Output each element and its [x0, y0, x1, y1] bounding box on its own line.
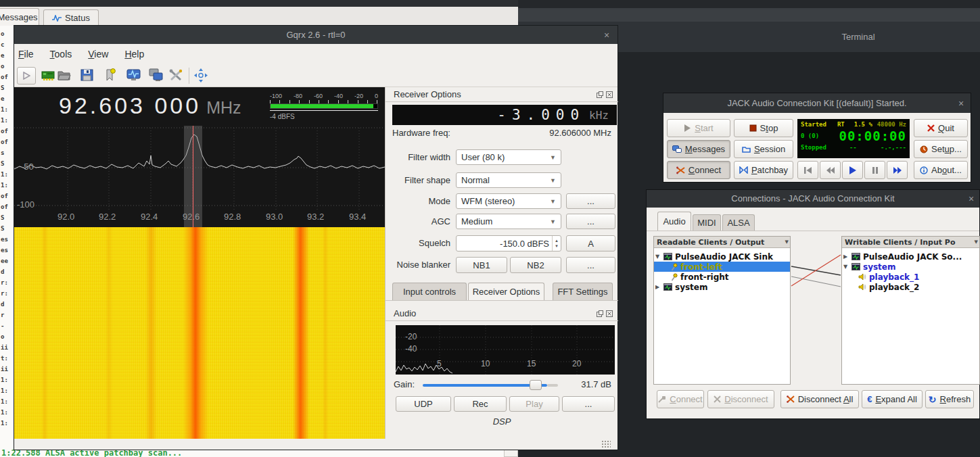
io-devices-icon[interactable]: [41, 70, 55, 81]
udp-button[interactable]: UDP: [396, 396, 451, 412]
client-row-system-left[interactable]: ▶ system: [654, 282, 790, 292]
resize-grip[interactable]: [601, 440, 611, 448]
tab-status[interactable]: Status: [43, 9, 99, 26]
mode-combo[interactable]: WFM (stereo)▼: [456, 193, 561, 209]
collapse-icon[interactable]: ▼: [654, 254, 661, 260]
spin-up-icon[interactable]: ▲: [555, 238, 559, 243]
frequency-display[interactable]: 92.603 000 MHz: [59, 93, 241, 119]
transport-pause-button[interactable]: [864, 161, 885, 179]
jack-start-button[interactable]: Start: [667, 119, 730, 137]
nb2-button[interactable]: NB2: [510, 257, 561, 273]
expand-icon[interactable]: ▶: [842, 254, 849, 260]
jack-about-button[interactable]: About...: [914, 161, 968, 179]
jack-quit-button[interactable]: Quit: [914, 119, 968, 137]
jack-clock: 00:00:00: [839, 128, 906, 143]
port-row-playback-2[interactable]: playback_2: [842, 282, 979, 292]
waterfall-display[interactable]: [14, 227, 385, 439]
dsp-monitor-icon[interactable]: [126, 69, 141, 81]
jack-setup-button[interactable]: Setup...: [914, 140, 968, 158]
client-row-pulseaudio-sink[interactable]: ▼ PulseAudio JACK Sink: [654, 251, 790, 262]
start-dsp-button[interactable]: [17, 67, 36, 85]
connections-close-button[interactable]: ×: [969, 194, 974, 203]
connections-disconnect-button[interactable]: Disconnect: [707, 390, 774, 408]
gqrx-menubar: File Tools View Help: [14, 44, 617, 64]
audio-title: Audio: [394, 308, 416, 318]
dock-close-icon[interactable]: [606, 310, 613, 317]
offset-lcd[interactable]: -3.000 kHz: [392, 105, 617, 125]
jack-messages-button[interactable]: Messages: [667, 140, 730, 158]
open-file-icon[interactable]: [57, 69, 71, 81]
menu-tools[interactable]: Tools: [50, 49, 72, 59]
client-row-system-right[interactable]: ▼ system: [842, 262, 979, 272]
readable-clients-header[interactable]: Readable Clients / Output ▼: [654, 237, 790, 248]
audio-spectrum[interactable]: -20 -40 5 10 15 20: [396, 325, 615, 375]
jack-patchbay-button[interactable]: Patchbay: [734, 161, 793, 179]
transport-play-button[interactable]: [842, 161, 863, 179]
spin-arrows[interactable]: ▲▼: [552, 236, 561, 251]
tools-icon[interactable]: [169, 69, 183, 82]
tuning-line[interactable]: [193, 126, 193, 227]
gain-slider[interactable]: [423, 379, 558, 390]
jack-connect-button[interactable]: Connect: [667, 161, 730, 179]
tab-input-controls[interactable]: Input controls: [392, 283, 467, 300]
mode-options-button[interactable]: ...: [566, 193, 615, 209]
gain-slider-handle[interactable]: [530, 380, 542, 390]
audio-options-button[interactable]: ...: [562, 396, 615, 412]
jack-close-button[interactable]: ×: [958, 99, 964, 108]
jack-titlebar[interactable]: JACK Audio Connection Kit [(default)] St…: [663, 93, 971, 113]
tab-messages[interactable]: Messages: [0, 8, 39, 26]
refresh-button[interactable]: ↻ Refresh: [925, 390, 974, 408]
filter-width-combo[interactable]: User (80 k)▼: [456, 149, 561, 165]
dock-close-icon[interactable]: [606, 91, 613, 98]
writable-clients-header[interactable]: Writable Clients / Input Po ▼: [842, 237, 979, 248]
transport-forward-button[interactable]: [887, 161, 908, 179]
expand-icon[interactable]: ▶: [654, 284, 661, 290]
menu-file[interactable]: File: [18, 49, 34, 59]
expand-all-button[interactable]: € Expand All: [862, 390, 923, 408]
menu-view[interactable]: View: [88, 49, 108, 59]
client-row-pulseaudio-source[interactable]: ▶ PulseAudio JACK So...: [842, 251, 979, 262]
port-row-playback-1[interactable]: playback_1: [842, 272, 979, 282]
play-button[interactable]: Play: [509, 396, 559, 412]
tab-midi[interactable]: MIDI: [693, 214, 721, 231]
squelch-auto-button[interactable]: A: [566, 235, 615, 251]
connections-titlebar[interactable]: Connections - JACK Audio Connection Kit …: [647, 190, 979, 208]
agc-combo[interactable]: Medium▼: [456, 214, 561, 229]
save-file-icon[interactable]: [80, 69, 93, 81]
agc-options-button[interactable]: ...: [566, 214, 615, 229]
receiver-options-dock-header[interactable]: Receiver Options: [386, 87, 618, 102]
remote-control-icon[interactable]: [149, 68, 164, 82]
gqrx-titlebar[interactable]: Gqrx 2.6 - rtl=0 ×: [14, 26, 617, 44]
disconnect-all-button[interactable]: Disconnect All: [780, 390, 859, 408]
bookmarks-icon[interactable]: [104, 68, 116, 82]
sort-indicator-icon[interactable]: ▼: [975, 239, 978, 245]
tab-receiver-options[interactable]: Receiver Options: [468, 283, 544, 300]
port-row-front-right[interactable]: front-right: [654, 272, 790, 282]
nb-options-button[interactable]: ...: [566, 257, 615, 273]
tab-audio[interactable]: Audio: [657, 212, 691, 231]
chevron-down-icon: ▼: [550, 218, 556, 225]
pan-crosshair-icon[interactable]: [194, 68, 208, 82]
menu-help[interactable]: Help: [124, 49, 144, 59]
rec-button[interactable]: Rec: [454, 396, 507, 412]
collapse-icon[interactable]: ▼: [842, 264, 849, 270]
panadapter[interactable]: 92.603 000 MHz -100 -80 -60 -40 -20 0: [14, 87, 385, 227]
tab-alsa[interactable]: ALSA: [722, 214, 755, 231]
jack-session-button[interactable]: Session: [734, 140, 793, 158]
connections-connect-button[interactable]: Connect: [657, 390, 704, 408]
nb1-button[interactable]: NB1: [456, 257, 507, 273]
filter-shape-combo[interactable]: Normal▼: [456, 172, 561, 188]
sort-indicator-icon[interactable]: ▼: [785, 239, 789, 245]
transport-backward-button[interactable]: [820, 161, 841, 179]
jack-stop-button[interactable]: Stop: [734, 119, 793, 137]
spin-down-icon[interactable]: ▼: [555, 243, 559, 249]
squelch-spinbox[interactable]: -150.0 dBFS ▲▼: [456, 235, 561, 251]
port-row-front-left[interactable]: front-left: [654, 262, 790, 272]
transport-rewind-start-button[interactable]: [797, 161, 818, 179]
setup-icon: [920, 145, 928, 153]
dock-float-icon[interactable]: [597, 310, 603, 317]
audio-dock-header[interactable]: Audio: [386, 306, 618, 321]
dock-float-icon[interactable]: [597, 91, 603, 98]
gqrx-close-button[interactable]: ×: [604, 30, 609, 40]
tab-fft-settings[interactable]: FFT Settings: [553, 283, 613, 300]
